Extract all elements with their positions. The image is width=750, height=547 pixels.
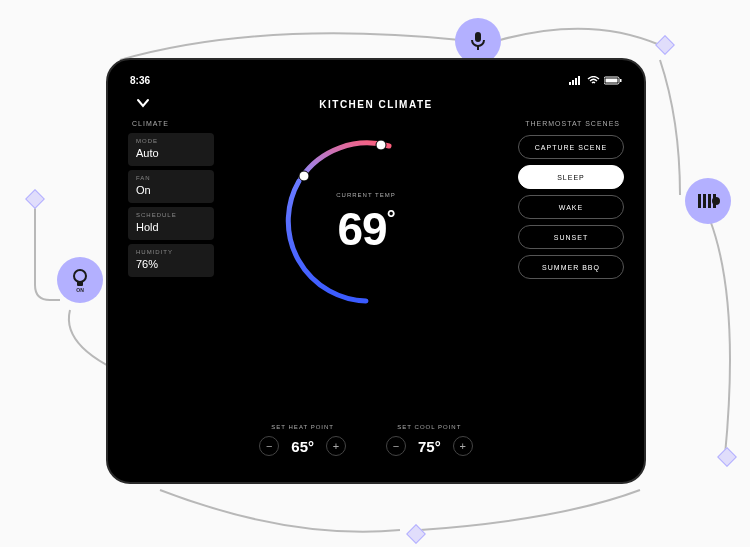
fan-card[interactable]: FAN On bbox=[128, 170, 214, 203]
scene-sunset[interactable]: SUNSET bbox=[518, 225, 624, 249]
scene-sleep[interactable]: SLEEP bbox=[518, 165, 624, 189]
cool-label: SET COOL POINT bbox=[397, 424, 461, 430]
svg-rect-16 bbox=[620, 79, 622, 82]
scenes-title: THERMOSTAT SCENES bbox=[521, 118, 624, 129]
svg-rect-15 bbox=[606, 78, 618, 82]
schedule-card[interactable]: SCHEDULE Hold bbox=[128, 207, 214, 240]
svg-rect-7 bbox=[708, 194, 711, 208]
heat-value: 65° bbox=[291, 438, 314, 455]
heat-minus-button[interactable]: − bbox=[259, 436, 279, 456]
decor-diamond bbox=[717, 447, 737, 467]
clock: 8:36 bbox=[130, 75, 150, 86]
page-title: KITCHEN CLIMATE bbox=[319, 99, 432, 110]
svg-rect-13 bbox=[578, 76, 580, 85]
svg-rect-11 bbox=[572, 80, 574, 85]
svg-rect-5 bbox=[698, 194, 701, 208]
tablet-frame: 8:36 KITCHEN CLIMATE CLIMATE MODE Auto bbox=[106, 58, 646, 484]
card-value: Hold bbox=[136, 221, 206, 233]
svg-rect-12 bbox=[575, 78, 577, 85]
svg-point-9 bbox=[712, 197, 720, 205]
decor-diamond bbox=[406, 524, 426, 544]
scene-wake[interactable]: WAKE bbox=[518, 195, 624, 219]
heat-plus-button[interactable]: + bbox=[326, 436, 346, 456]
cool-plus-button[interactable]: + bbox=[453, 436, 473, 456]
decor-diamond bbox=[655, 35, 675, 55]
temperature-dial[interactable]: CURRENT TEMP 69° bbox=[271, 126, 461, 316]
card-value: Auto bbox=[136, 147, 206, 159]
scene-summer-bbq[interactable]: SUMMER BBQ bbox=[518, 255, 624, 279]
card-label: MODE bbox=[136, 138, 206, 144]
heat-label: SET HEAT POINT bbox=[271, 424, 334, 430]
svg-text:ON: ON bbox=[76, 287, 84, 293]
cool-minus-button[interactable]: − bbox=[386, 436, 406, 456]
card-value: 76% bbox=[136, 258, 206, 270]
status-icons bbox=[569, 76, 622, 85]
scene-capture[interactable]: CAPTURE SCENE bbox=[518, 135, 624, 159]
back-button[interactable] bbox=[134, 94, 152, 112]
decor-diamond bbox=[25, 189, 45, 209]
svg-rect-10 bbox=[569, 82, 571, 85]
svg-point-17 bbox=[299, 171, 309, 181]
lightbulb-icon: ON bbox=[57, 257, 103, 303]
svg-rect-3 bbox=[475, 32, 481, 42]
svg-point-18 bbox=[376, 140, 386, 150]
sidebar-title: CLIMATE bbox=[128, 118, 214, 129]
svg-point-0 bbox=[74, 270, 86, 282]
svg-rect-6 bbox=[703, 194, 706, 208]
card-value: On bbox=[136, 184, 206, 196]
heater-icon bbox=[685, 178, 731, 224]
card-label: SCHEDULE bbox=[136, 212, 206, 218]
card-label: HUMIDITY bbox=[136, 249, 206, 255]
mode-card[interactable]: MODE Auto bbox=[128, 133, 214, 166]
current-temp-value: 69° bbox=[271, 202, 461, 256]
cool-value: 75° bbox=[418, 438, 441, 455]
current-temp-label: CURRENT TEMP bbox=[271, 192, 461, 198]
svg-rect-1 bbox=[77, 281, 83, 286]
card-label: FAN bbox=[136, 175, 206, 181]
humidity-card[interactable]: HUMIDITY 76% bbox=[128, 244, 214, 277]
